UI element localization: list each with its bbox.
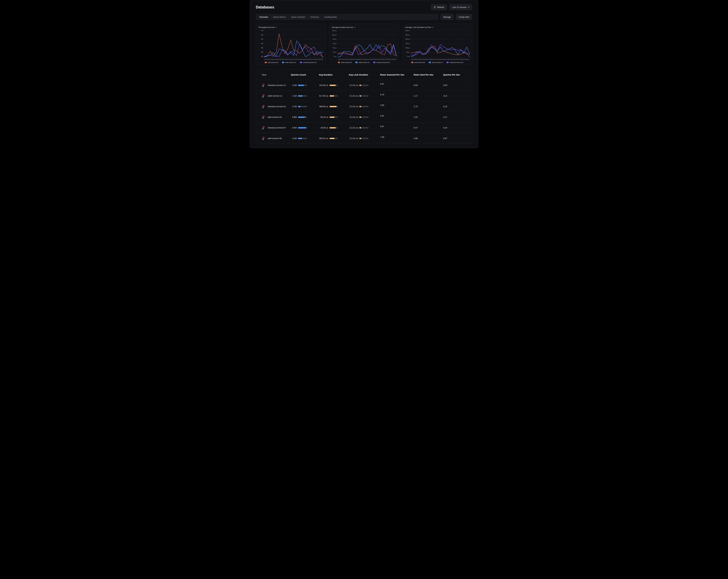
metric-bar-fill bbox=[330, 95, 334, 96]
table-row-auth-service-08[interactable]: auth-service-084.1M563.01 us21.211 ns7.8… bbox=[256, 133, 472, 144]
metric-bar-fill bbox=[298, 127, 306, 129]
x-tick-label: 12:00 pm bbox=[349, 58, 355, 60]
time-range-label: Last 15 minutes bbox=[452, 6, 467, 8]
metric-value: 817.50 us bbox=[319, 95, 328, 97]
rows-scanned-cell: 9.57 bbox=[379, 127, 412, 129]
host-name: auth-service-04 bbox=[268, 116, 282, 118]
metric-bar-fill bbox=[330, 127, 336, 129]
y-tick-label: 2M bbox=[261, 52, 263, 53]
chart-svg bbox=[264, 30, 323, 57]
x-tick-label: 12:35 pm bbox=[317, 58, 323, 60]
rows-sent-cell: 1.52 bbox=[412, 116, 442, 118]
create-alert-button[interactable]: Create Alert bbox=[456, 14, 472, 20]
y-tick-label: 20 us bbox=[333, 52, 336, 53]
chart-title-text: Average Lock Duration by Host bbox=[405, 26, 431, 28]
time-range-selector[interactable]: Last 15 minutes bbox=[449, 4, 472, 10]
host-table: HostQueries CountAvg DurationAvg Lock Du… bbox=[256, 69, 472, 144]
host-name: order-service-11 bbox=[268, 95, 282, 97]
x-tick-label: 12:05 pm bbox=[428, 58, 434, 60]
x-tick-label: 12:35 pm bbox=[390, 58, 396, 60]
legend-label: auth-service-04 bbox=[341, 61, 352, 63]
tab-query-metrics[interactable]: Query Metrics bbox=[273, 16, 286, 18]
rows-sent-cell: 1.17 bbox=[412, 95, 442, 97]
x-tick-label: 11:55 am bbox=[270, 58, 276, 60]
x-tick-label: 11:50 am bbox=[411, 58, 417, 60]
chevron-down-icon[interactable] bbox=[354, 27, 356, 28]
y-tick-label: 0 us bbox=[334, 56, 337, 57]
x-tick-label: 12:00 pm bbox=[276, 58, 282, 60]
x-tick-label: 12:10 pm bbox=[361, 58, 367, 60]
metric-bar bbox=[298, 127, 307, 129]
legend-label: checkout-service-01 bbox=[450, 61, 463, 63]
legend-item-auth-service-04: auth-service-04 bbox=[265, 61, 278, 63]
metric-bar-fill bbox=[360, 106, 361, 107]
sql-server-icon bbox=[262, 94, 266, 98]
x-axis: 11:50 am11:55 am12:00 pm12:05 pm12:10 pm… bbox=[411, 58, 469, 60]
series-line-order-service-11 bbox=[264, 41, 323, 57]
x-axis: 11:50 am11:55 am12:00 pm12:05 pm12:10 pm… bbox=[338, 58, 396, 60]
y-tick-label: 6M bbox=[261, 34, 263, 36]
legend-swatch bbox=[446, 62, 449, 63]
sql-server-icon bbox=[262, 136, 266, 140]
host-name: auth-service-08 bbox=[268, 137, 282, 139]
refresh-button[interactable]: Refresh bbox=[431, 4, 447, 10]
rows-scanned-cell: 6.57 bbox=[379, 84, 412, 86]
metric-bar-fill bbox=[360, 116, 361, 118]
table-row-checkout-service-01[interactable]: checkout-service-013.7M486.95 us21.211 n… bbox=[256, 101, 472, 112]
table-row-order-service-11[interactable]: order-service-112.1M817.50 us21.211 ns8.… bbox=[256, 90, 472, 101]
tab-overview[interactable]: Overview bbox=[259, 16, 268, 18]
legend-label: order-service-11 bbox=[359, 61, 369, 63]
databases-page: Databases Refresh Last 15 minutes Ove bbox=[250, 0, 478, 148]
legend-item-checkout-service-01: checkout-service-01 bbox=[446, 61, 463, 63]
host-cell: auth-service-04 bbox=[256, 115, 289, 119]
x-tick-label: 12:35 pm bbox=[464, 58, 469, 60]
tab-confirguration[interactable]: Confirguration bbox=[324, 16, 337, 18]
chart-body: 7M6M5M4M3M2M1M bbox=[258, 30, 323, 57]
y-tick-label: 120 us bbox=[332, 30, 337, 31]
manage-label: Manage bbox=[443, 16, 451, 18]
y-tick-label: 80 us bbox=[333, 38, 336, 40]
tab-query-samples[interactable]: Query Samples bbox=[291, 16, 305, 18]
tabbar: OverviewQuery MetricsQuery SamplesSchema… bbox=[256, 14, 438, 20]
y-tick-label: 4M bbox=[261, 43, 263, 45]
host-cell: checkout-service-01 bbox=[256, 105, 289, 108]
table-row-auth-service-04[interactable]: auth-service-046.8M36.23 us21.211 ns5.61… bbox=[256, 112, 472, 122]
metric-bar bbox=[360, 138, 368, 139]
chart-legend: auth-service-04order-service-11checkout-… bbox=[332, 61, 396, 63]
chart-card-average-lock-duration-by-host: Average Lock Duration by Host300 us250 u… bbox=[402, 24, 472, 65]
tab-schemas[interactable]: Schemas bbox=[310, 16, 319, 18]
manage-button[interactable]: Manage bbox=[441, 14, 453, 20]
host-name: checkout-service-67 bbox=[268, 127, 286, 129]
y-axis: 300 us250 us200 us150 us100 us50 us0 us bbox=[405, 30, 411, 57]
chart-title: Throughput by host bbox=[258, 26, 323, 28]
y-tick-label: 5M bbox=[261, 38, 263, 40]
sql-server-icon bbox=[262, 105, 266, 108]
x-tick-label: 11:55 am bbox=[417, 58, 422, 60]
column-header-avg-duration: Avg Duration bbox=[317, 74, 347, 76]
metric-cell: 4.1M bbox=[289, 137, 317, 139]
legend-label: checkout-service-01 bbox=[303, 61, 317, 63]
chevron-down-icon[interactable] bbox=[276, 27, 277, 28]
metric-bar bbox=[360, 116, 368, 118]
x-tick-label: 11:50 am bbox=[264, 58, 270, 60]
metric-cell: 486.95 us bbox=[317, 105, 347, 108]
queries-per-sec-cell: 0.97 bbox=[442, 137, 472, 139]
y-tick-label: 0 us bbox=[407, 56, 410, 57]
table-body: checkout-service-213.1M316.56 us21.211 n… bbox=[256, 80, 472, 144]
series-line-checkout-service-01 bbox=[411, 45, 470, 57]
table-row-checkout-service-67[interactable]: checkout-service-678.5M18.56 us21.211 ns… bbox=[256, 122, 472, 133]
table-row-checkout-service-21[interactable]: checkout-service-213.1M316.56 us21.211 n… bbox=[256, 80, 472, 90]
metric-cell: 563.01 us bbox=[317, 137, 347, 139]
y-tick-label: 100 us bbox=[332, 34, 337, 36]
sql-server-icon bbox=[262, 94, 266, 98]
column-header-host: Host bbox=[256, 74, 289, 76]
chart-body: 120 us100 us80 us60 us40 us20 us0 us bbox=[332, 30, 396, 57]
queries-per-sec-cell: 0.83 bbox=[442, 84, 472, 86]
metric-bar bbox=[330, 138, 338, 139]
x-tick-label: 12:15 pm bbox=[367, 58, 373, 60]
metric-bar-fill bbox=[330, 138, 334, 139]
chevron-down-icon[interactable] bbox=[432, 27, 434, 28]
page-header: Databases Refresh Last 15 minutes bbox=[256, 4, 472, 10]
legend-label: order-service-11 bbox=[285, 61, 296, 63]
chart-svg bbox=[338, 30, 396, 57]
